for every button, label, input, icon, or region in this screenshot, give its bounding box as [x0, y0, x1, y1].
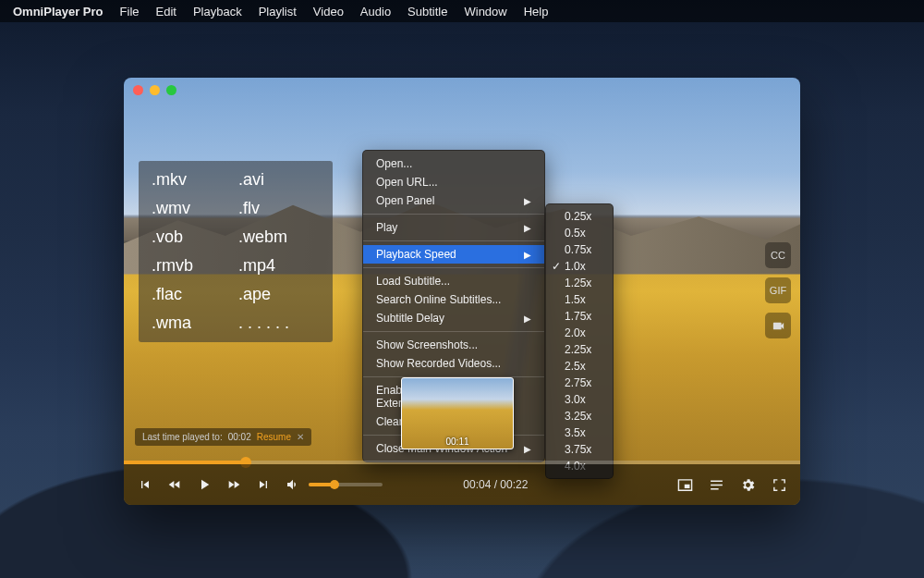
- context-menu-label: Playback Speed: [376, 248, 456, 261]
- side-tool-strip: CC GIF: [765, 242, 791, 338]
- next-track-button[interactable]: [255, 476, 272, 493]
- chevron-right-icon: ▶: [524, 196, 531, 206]
- menu-separator: [363, 214, 544, 215]
- fullscreen-button[interactable]: [771, 476, 787, 493]
- supported-formats-overlay: .mkv .avi .wmv .flv .vob .webm .rmvb .mp…: [139, 161, 333, 342]
- skip-forward-icon: [256, 477, 271, 492]
- speed-option[interactable]: 1.0x: [546, 258, 613, 275]
- speed-option[interactable]: 3.75x: [546, 441, 613, 458]
- menu-edit[interactable]: Edit: [156, 5, 176, 18]
- context-menu-label: Show Recorded Videos...: [376, 357, 501, 370]
- menu-separator: [363, 240, 544, 241]
- menu-file[interactable]: File: [120, 5, 140, 18]
- chevron-right-icon: ▶: [524, 250, 531, 260]
- close-icon[interactable]: ✕: [297, 432, 304, 442]
- speed-option[interactable]: 1.5x: [546, 291, 613, 308]
- format-item: .ape: [238, 285, 320, 304]
- context-menu-item[interactable]: Show Screenshots...: [363, 336, 544, 354]
- player-window: .mkv .avi .wmv .flv .vob .webm .rmvb .mp…: [124, 78, 800, 505]
- menu-help[interactable]: Help: [524, 5, 549, 18]
- context-menu-label: Subtitle Delay: [376, 312, 444, 325]
- gif-capture-button[interactable]: GIF: [765, 277, 791, 303]
- format-item: .vob: [152, 228, 233, 247]
- context-menu-label: Show Screenshots...: [376, 338, 478, 351]
- format-item: .rmvb: [152, 256, 233, 276]
- volume-control: [285, 476, 383, 493]
- fast-forward-button[interactable]: [225, 476, 242, 493]
- speed-option[interactable]: 2.75x: [546, 375, 613, 391]
- context-menu-item[interactable]: Load Subtitle...: [363, 272, 544, 290]
- system-menubar: OmniPlayer Pro File Edit Playback Playli…: [0, 0, 924, 22]
- context-menu-label: Load Subtitle...: [376, 275, 450, 288]
- context-menu-label: Play: [376, 221, 397, 234]
- seek-preview-thumbnail: 00:11: [401, 377, 514, 449]
- context-menu-item[interactable]: Open URL...: [363, 173, 544, 191]
- menu-window[interactable]: Window: [464, 5, 506, 18]
- cc-icon: CC: [771, 250, 785, 261]
- speed-option[interactable]: 2.25x: [546, 341, 613, 358]
- playback-speed-submenu: 0.25x0.5x0.75x1.0x1.25x1.5x1.75x2.0x2.25…: [545, 203, 614, 479]
- speed-option[interactable]: 0.75x: [546, 241, 613, 258]
- chevron-right-icon: ▶: [524, 444, 531, 454]
- menu-separator: [363, 267, 544, 268]
- minimize-window-button[interactable]: [150, 85, 160, 95]
- speed-option[interactable]: 1.75x: [546, 308, 613, 325]
- format-item: .avi: [238, 170, 320, 190]
- context-menu-item[interactable]: Subtitle Delay▶: [363, 309, 544, 327]
- context-menu-item[interactable]: Playback Speed▶: [363, 245, 544, 264]
- play-button[interactable]: [196, 476, 213, 493]
- speed-option[interactable]: 3.5x: [546, 424, 613, 441]
- format-item: .flv: [238, 199, 320, 218]
- volume-button[interactable]: [285, 476, 301, 493]
- speed-option[interactable]: 2.0x: [546, 325, 613, 341]
- format-item: .mkv: [152, 170, 233, 190]
- volume-slider[interactable]: [309, 483, 383, 486]
- chevron-right-icon: ▶: [524, 314, 531, 324]
- playlist-button[interactable]: [708, 476, 724, 493]
- resume-link[interactable]: Resume: [257, 432, 291, 442]
- subtitle-cc-button[interactable]: CC: [765, 242, 791, 268]
- menu-playback[interactable]: Playback: [193, 5, 242, 18]
- format-item: .wmv: [152, 199, 233, 218]
- pip-icon: [677, 477, 693, 493]
- context-menu-item[interactable]: Search Online Subtitles...: [363, 290, 544, 309]
- close-window-button[interactable]: [133, 85, 143, 95]
- context-menu-label: Open URL...: [376, 176, 438, 189]
- resume-time: 00:02: [228, 432, 251, 442]
- format-item: .mp4: [238, 256, 320, 276]
- rewind-icon: [167, 477, 182, 492]
- gear-icon: [740, 477, 756, 493]
- context-menu-item[interactable]: Open...: [363, 154, 544, 173]
- gif-icon: GIF: [770, 285, 786, 296]
- speed-option[interactable]: 2.5x: [546, 358, 613, 375]
- menu-playlist[interactable]: Playlist: [259, 5, 297, 18]
- skip-back-icon: [138, 477, 152, 492]
- zoom-window-button[interactable]: [166, 85, 176, 95]
- playback-controls: 00:04 / 00:22: [124, 464, 800, 505]
- context-menu-item[interactable]: Play▶: [363, 218, 544, 237]
- resume-prefix: Last time played to:: [142, 432, 223, 442]
- record-button[interactable]: [765, 313, 791, 338]
- menu-subtitle[interactable]: Subtitle: [407, 5, 447, 18]
- menu-video[interactable]: Video: [313, 5, 344, 18]
- settings-button[interactable]: [739, 476, 756, 493]
- playlist-icon: [709, 477, 724, 493]
- app-name: OmniPlayer Pro: [13, 5, 103, 18]
- pip-button[interactable]: [676, 476, 693, 493]
- menu-audio[interactable]: Audio: [360, 5, 391, 18]
- forward-icon: [226, 477, 241, 492]
- play-icon: [196, 476, 213, 493]
- menu-separator: [363, 331, 544, 332]
- speed-option[interactable]: 0.25x: [546, 208, 613, 225]
- speed-option[interactable]: 3.0x: [546, 391, 613, 408]
- fullscreen-icon: [772, 477, 787, 493]
- rewind-button[interactable]: [166, 476, 183, 493]
- format-item: .webm: [238, 228, 320, 247]
- chevron-right-icon: ▶: [524, 223, 531, 233]
- speed-option[interactable]: 0.5x: [546, 225, 613, 241]
- speed-option[interactable]: 3.25x: [546, 408, 613, 424]
- context-menu-item[interactable]: Show Recorded Videos...: [363, 354, 544, 373]
- previous-track-button[interactable]: [137, 476, 153, 493]
- context-menu-item[interactable]: Open Panel▶: [363, 191, 544, 210]
- speed-option[interactable]: 1.25x: [546, 275, 613, 291]
